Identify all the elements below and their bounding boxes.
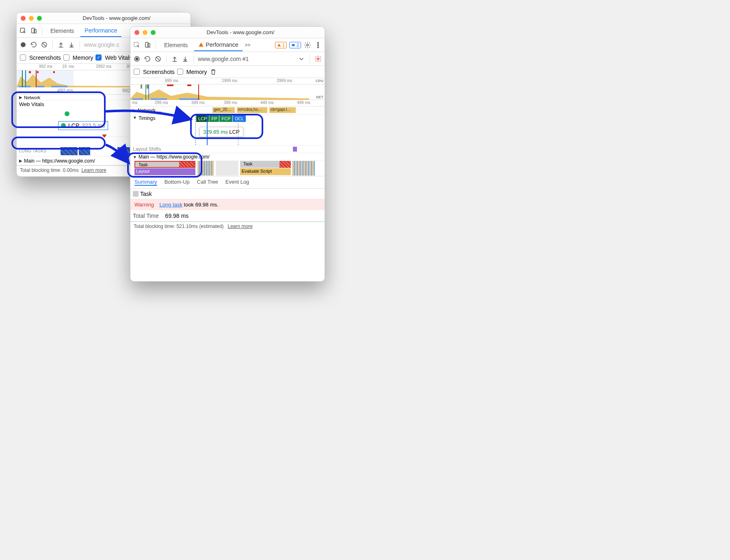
svg-rect-7 <box>37 71 39 73</box>
tab-elements[interactable]: Elements <box>160 39 192 51</box>
tick: 499 ms <box>297 100 310 105</box>
inspect-icon[interactable] <box>19 27 27 35</box>
tab-performance[interactable]: Performance <box>80 25 121 37</box>
reload-icon[interactable] <box>30 41 38 49</box>
screenshots-label: Screenshots <box>143 69 175 75</box>
warning-icon <box>198 42 204 48</box>
record-icon[interactable] <box>19 41 27 49</box>
clear-icon[interactable] <box>154 55 162 63</box>
issues-info-badge[interactable]: 2 <box>289 42 301 48</box>
layout-shifts-track[interactable]: Layout Shifts <box>130 145 325 153</box>
window-title: DevTools - www.google.com/ <box>47 15 186 21</box>
reload-icon[interactable] <box>143 55 152 63</box>
learn-more-link[interactable]: Learn more <box>81 167 106 173</box>
close-dot[interactable] <box>134 30 139 35</box>
tab-performance[interactable]: Performance <box>194 39 242 51</box>
main-ruler[interactable]: ms 299 ms 349 ms 399 ms 449 ms 499 ms <box>130 100 325 106</box>
options-row: Screenshots Memory <box>130 66 325 78</box>
tick: 399 ms <box>224 100 237 105</box>
details-subtabs: Summary Bottom-Up Call Tree Event Log <box>130 176 325 189</box>
svg-rect-8 <box>53 71 55 73</box>
titlebar: DevTools - www.google.com/ <box>130 27 325 38</box>
kebab-menu-icon[interactable] <box>314 41 322 49</box>
tick: 449 ms <box>260 100 274 105</box>
summary-task-row: Task <box>130 189 325 199</box>
download-icon[interactable] <box>181 55 189 63</box>
svg-point-24 <box>136 58 138 60</box>
footer-tbt: Total blocking time: 521.10ms (estimated… <box>130 221 325 231</box>
tick: 992 ms <box>39 64 52 69</box>
lcp-marker-box[interactable]: LCP 323.5 ms <box>58 121 108 130</box>
close-dot[interactable] <box>21 16 26 21</box>
learn-more-link[interactable]: Learn more <box>227 224 252 229</box>
tick: 299 ms <box>155 100 168 105</box>
main-thread-label: Main — https://www.google.com/ <box>139 154 210 160</box>
memory-label: Memory <box>73 54 93 61</box>
subtab-calltree[interactable]: Call Tree <box>197 179 218 186</box>
arrow-longtasks-to-task <box>104 141 132 166</box>
lcp-value: 323.5 ms <box>82 122 105 129</box>
download-icon[interactable] <box>67 41 76 49</box>
svg-point-22 <box>318 46 319 48</box>
minimize-dot[interactable] <box>29 16 34 21</box>
zoom-dot[interactable] <box>151 30 156 35</box>
layout-bar[interactable]: Layout <box>134 168 195 175</box>
traffic-lights[interactable] <box>134 30 156 35</box>
tab-elements[interactable]: Elements <box>46 25 78 37</box>
chevron-down-icon[interactable] <box>297 55 305 63</box>
subtab-eventlog[interactable]: Event Log <box>225 179 249 186</box>
lcp-dot-icon <box>61 123 66 128</box>
subtab-summary[interactable]: Summary <box>134 179 157 186</box>
timing-pills[interactable]: LCPFPFCPDCL <box>196 115 246 122</box>
long-task-link[interactable]: Long task <box>160 202 182 208</box>
device-icon[interactable] <box>30 27 38 35</box>
task-swatch <box>133 191 139 197</box>
recording-url[interactable]: www.google.c <box>84 41 119 48</box>
clear-icon[interactable] <box>40 41 48 49</box>
flame-chart[interactable]: Task Layout Task Evaluate Script <box>130 161 325 176</box>
zoom-dot[interactable] <box>37 16 42 21</box>
lcp-label: LCP <box>68 122 79 129</box>
tick: 1999 ms <box>222 78 237 83</box>
main-thread-track[interactable]: ▼Main — https://www.google.com/ <box>130 153 325 161</box>
web-vitals-option[interactable]: ✓Web Vitals <box>95 54 132 61</box>
recording-url[interactable]: www.google.com #1 <box>198 56 249 62</box>
diamond-icon <box>102 135 107 138</box>
screenshots-option[interactable]: Screenshots <box>20 54 61 61</box>
settings-icon[interactable] <box>303 41 312 49</box>
memory-option[interactable]: Memory <box>63 54 93 61</box>
memory-option[interactable]: Memory <box>177 69 207 75</box>
more-tabs-button[interactable]: >> <box>245 42 251 48</box>
minimize-dot[interactable] <box>143 30 147 35</box>
timing-pill-fcp[interactable]: FCP <box>219 115 232 122</box>
cpu-overview[interactable]: 999 ms 1999 ms 2999 ms CPU NET <box>130 78 325 100</box>
traffic-lights[interactable] <box>21 16 42 21</box>
upload-icon[interactable] <box>57 41 65 49</box>
settings-gear-icon[interactable] <box>314 55 322 63</box>
record-icon[interactable] <box>133 55 141 63</box>
layout-shifts-label: Layout Shifts <box>133 146 161 152</box>
warning-label: Warning <box>134 202 154 208</box>
task-bar[interactable]: Task <box>240 161 291 168</box>
lcp-marker-dot[interactable] <box>65 111 69 116</box>
issues-warning-badge[interactable]: 1 <box>275 42 287 48</box>
screenshots-option[interactable]: Screenshots <box>134 69 175 75</box>
evaluate-script-bar[interactable]: Evaluate Script <box>240 168 291 175</box>
inspect-icon[interactable] <box>133 41 141 49</box>
tick: 2992 ms <box>96 64 111 69</box>
subtab-bottomup[interactable]: Bottom-Up <box>165 179 190 186</box>
timing-pill-dcl[interactable]: DCL <box>233 115 246 122</box>
net-item[interactable]: m=cdos,hs… <box>237 107 267 113</box>
net-item[interactable]: cb=gapi.l… <box>269 107 296 113</box>
trash-icon[interactable] <box>209 68 217 76</box>
net-item[interactable]: gen_20… <box>212 107 235 113</box>
device-icon[interactable] <box>143 41 152 49</box>
layout-shift-bar[interactable] <box>293 147 297 152</box>
perf-toolbar: www.google.com #1 <box>130 52 325 66</box>
upload-icon[interactable] <box>171 55 179 63</box>
cpu-chart-mini <box>130 85 325 100</box>
task-bar-selected[interactable]: Task <box>134 161 195 168</box>
tbt-text: Total blocking time: 521.10ms (estimated… <box>134 224 223 229</box>
svg-rect-27 <box>141 85 142 89</box>
timing-pill-fp[interactable]: FP <box>209 115 219 122</box>
